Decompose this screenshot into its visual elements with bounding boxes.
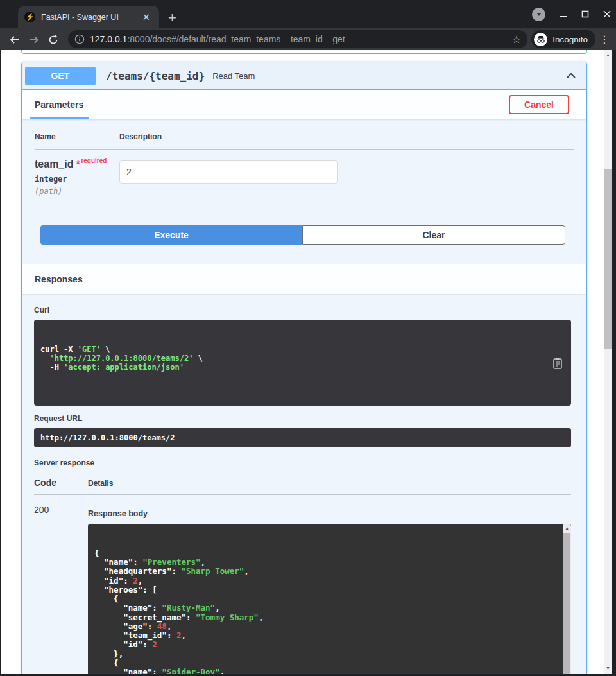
minimize-button[interactable] (560, 10, 567, 18)
response-table-head: Code Details (34, 478, 571, 495)
details-column-header: Details (88, 479, 113, 488)
parameters-tab-underline (30, 117, 89, 119)
browser-update-icon[interactable] (532, 8, 545, 21)
code-line: -H 'accept: application/json' (40, 363, 565, 372)
column-name-header: Name (35, 132, 119, 141)
method-badge: GET (25, 67, 96, 85)
param-meta: team_id *required integer (path) (35, 159, 119, 196)
page-scroll-down-icon[interactable]: ▼ (604, 664, 612, 673)
execute-wrapper: Execute Clear (40, 225, 565, 245)
response-scrollbar-thumb[interactable] (563, 533, 570, 674)
execute-button[interactable]: Execute (40, 225, 302, 245)
fastapi-favicon-icon: ⚡ (24, 12, 35, 22)
curl-label: Curl (34, 306, 571, 315)
browser-toolbar: 127.0.0.1:8000/docs#/default/read_team_t… (0, 28, 616, 50)
required-star: * (76, 159, 80, 169)
maximize-button[interactable] (581, 10, 589, 18)
responses-section-header: Responses (22, 264, 586, 294)
code-line: "id": 2 (94, 640, 556, 649)
tab-close-icon[interactable]: ✕ (139, 12, 153, 23)
code-line: "id": 2, (94, 576, 556, 585)
response-row: 200 Response body { "name": "Preventers"… (34, 505, 571, 674)
browser-window: ⚡ FastAPI - Swagger UI ✕ + (0, 0, 616, 676)
previous-opblock-edge (21, 50, 587, 54)
browser-menu-icon[interactable]: ⋮ (598, 33, 611, 46)
param-type: integer (35, 175, 119, 184)
forward-button[interactable] (24, 31, 44, 48)
code-line: { (94, 549, 556, 558)
parameters-table-head: Name Description (35, 132, 574, 150)
code-column-header: Code (34, 478, 88, 488)
response-body-scrollbar[interactable]: ▲ (563, 524, 571, 674)
response-body-label: Response body (88, 509, 571, 518)
status-code: 200 (34, 505, 88, 674)
collapse-chevron-icon[interactable] (565, 69, 578, 82)
code-line: "heroes": [ (94, 585, 556, 594)
code-line: "name": "Preventers", (94, 558, 556, 567)
table-row: team_id *required integer (path) (35, 150, 574, 196)
url-path: :8000/docs#/default/read_team_teams__tea… (127, 34, 345, 44)
page-scrollbar-thumb[interactable] (604, 169, 612, 349)
code-line: "age": 48, (94, 622, 556, 631)
code-line: { (94, 659, 556, 668)
incognito-label: Incognito (552, 35, 588, 44)
code-line: "name": "Spider-Boy", (94, 668, 556, 674)
parameters-section-header: Parameters Cancel (22, 90, 586, 119)
response-json: { "name": "Preventers", "headquarters": … (94, 549, 556, 674)
column-description-header: Description (119, 132, 162, 141)
code-line: "name": "Rusty-Man", (94, 603, 556, 612)
code-line: "headquarters": "Sharp Tower", (94, 567, 556, 576)
required-label: required (81, 157, 107, 164)
page-scrollbar[interactable]: ▲ ▼ (604, 50, 612, 674)
request-url-value: http://127.0.0.1:8000/teams/2 (34, 428, 571, 447)
code-line: { (94, 594, 556, 603)
window-controls (532, 0, 611, 28)
response-detail: Response body { "name": "Preventers", "h… (88, 505, 571, 674)
server-response-label: Server response (34, 458, 571, 467)
curl-code: curl -X 'GET' \ 'http://127.0.0.1:8000/t… (40, 345, 565, 372)
param-name: team_id *required (35, 159, 119, 170)
responses-inner: Curl curl -X 'GET' \ 'http://127.0.0.1:8… (22, 294, 586, 674)
opblock-summary[interactable]: GET /teams/{team_id} Read Team (22, 62, 586, 90)
endpoint-path: /teams/{team_id} (106, 70, 205, 82)
clear-button[interactable]: Clear (302, 225, 565, 245)
swagger-page: GET /teams/{team_id} Read Team Parameter… (1, 50, 604, 674)
response-body: { "name": "Preventers", "headquarters": … (88, 524, 571, 674)
copy-to-clipboard-icon[interactable] (551, 355, 565, 370)
tab-title: FastAPI - Swagger UI (41, 13, 139, 22)
request-url-label: Request URL (34, 414, 571, 423)
scroll-up-icon[interactable]: ▲ (563, 524, 571, 533)
incognito-icon (534, 33, 547, 46)
page-scroll-up-icon[interactable]: ▲ (604, 51, 612, 60)
incognito-badge: Incognito (531, 30, 595, 48)
param-description-cell (119, 159, 338, 196)
curl-command: curl -X 'GET' \ 'http://127.0.0.1:8000/t… (34, 320, 571, 406)
endpoint-summary: Read Team (212, 71, 255, 81)
team-id-input[interactable] (119, 160, 338, 184)
param-location: (path) (35, 187, 119, 196)
bookmark-star-icon[interactable]: ☆ (512, 33, 521, 46)
parameters-tab[interactable]: Parameters (35, 100, 83, 110)
code-line: "team_id": 2, (94, 631, 556, 640)
url-host: 127.0.0.1 (90, 34, 127, 44)
back-button[interactable] (5, 31, 24, 48)
url-text: 127.0.0.1:8000/docs#/default/read_team_t… (90, 34, 508, 44)
new-tab-button[interactable]: + (168, 12, 176, 24)
cancel-button[interactable]: Cancel (509, 95, 569, 114)
close-window-button[interactable] (603, 10, 611, 18)
responses-title: Responses (35, 274, 83, 284)
browser-tab[interactable]: ⚡ FastAPI - Swagger UI ✕ (18, 6, 159, 28)
code-line: 'http://127.0.0.1:8000/teams/2' \ (40, 354, 565, 363)
site-info-icon[interactable] (74, 34, 85, 44)
window-edge-right (612, 50, 616, 674)
parameters-table: Name Description team_id *required integ… (22, 119, 586, 196)
address-bar[interactable]: 127.0.0.1:8000/docs#/default/read_team_t… (68, 30, 527, 48)
code-line: curl -X 'GET' \ (40, 345, 565, 354)
reload-button[interactable] (44, 31, 63, 48)
code-line: "secret_name": "Tommy Sharp", (94, 613, 556, 622)
tab-strip: ⚡ FastAPI - Swagger UI ✕ + (0, 0, 616, 28)
opblock-get-teams: GET /teams/{team_id} Read Team Parameter… (21, 62, 587, 674)
code-line: }, (94, 650, 556, 659)
